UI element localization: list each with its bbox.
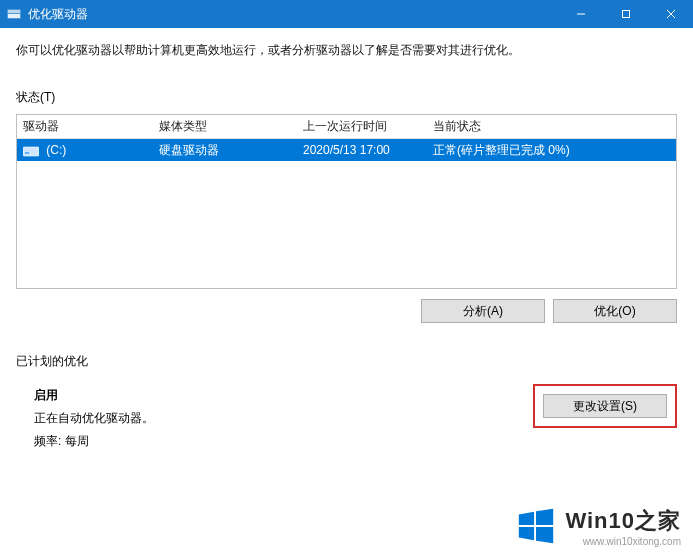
table-header: 驱动器 媒体类型 上一次运行时间 当前状态 [17, 115, 676, 139]
drive-icon [23, 145, 39, 157]
windows-logo-icon [515, 505, 557, 547]
col-drive[interactable]: 驱动器 [17, 118, 153, 135]
highlight-box: 更改设置(S) [533, 384, 677, 428]
minimize-button[interactable] [558, 0, 603, 28]
close-button[interactable] [648, 0, 693, 28]
svg-marker-11 [519, 527, 534, 540]
col-current[interactable]: 当前状态 [427, 118, 676, 135]
titlebar: 优化驱动器 [0, 0, 693, 28]
svg-rect-1 [8, 10, 20, 13]
scheduled-line1: 正在自动优化驱动器。 [34, 407, 154, 430]
description-text: 你可以优化驱动器以帮助计算机更高效地运行，或者分析驱动器以了解是否需要对其进行优… [16, 42, 677, 59]
col-media[interactable]: 媒体类型 [153, 118, 297, 135]
scheduled-title: 已计划的优化 [16, 353, 677, 370]
watermark-sub: www.win10xitong.com [565, 536, 681, 547]
content-area: 你可以优化驱动器以帮助计算机更高效地运行，或者分析驱动器以了解是否需要对其进行优… [0, 28, 693, 555]
scheduled-text: 启用 正在自动优化驱动器。 频率: 每周 [16, 384, 154, 452]
svg-marker-12 [536, 527, 553, 543]
app-icon [6, 6, 22, 22]
svg-rect-4 [622, 11, 629, 18]
scheduled-state: 启用 [34, 384, 154, 407]
scheduled-line2: 频率: 每周 [34, 430, 154, 453]
window-title: 优化驱动器 [28, 6, 88, 23]
watermark-title: Win10之家 [565, 506, 681, 536]
optimize-button[interactable]: 优化(O) [553, 299, 677, 323]
status-label: 状态(T) [16, 89, 677, 106]
cell-drive: (C:) [17, 143, 153, 157]
cell-current: 正常(碎片整理已完成 0%) [427, 142, 676, 159]
maximize-button[interactable] [603, 0, 648, 28]
svg-rect-2 [8, 14, 20, 18]
drive-table: 驱动器 媒体类型 上一次运行时间 当前状态 (C:) 硬盘驱动器 2020/5/… [16, 114, 677, 289]
cell-media: 硬盘驱动器 [153, 142, 297, 159]
watermark: Win10之家 www.win10xitong.com [515, 505, 681, 547]
col-lastrun[interactable]: 上一次运行时间 [297, 118, 427, 135]
action-buttons: 分析(A) 优化(O) [16, 299, 677, 323]
svg-rect-7 [23, 147, 39, 156]
change-settings-button[interactable]: 更改设置(S) [543, 394, 667, 418]
svg-marker-9 [519, 512, 534, 525]
cell-lastrun: 2020/5/13 17:00 [297, 143, 427, 157]
table-row[interactable]: (C:) 硬盘驱动器 2020/5/13 17:00 正常(碎片整理已完成 0%… [17, 139, 676, 161]
scheduled-section: 已计划的优化 启用 正在自动优化驱动器。 频率: 每周 更改设置(S) [16, 353, 677, 452]
analyze-button[interactable]: 分析(A) [421, 299, 545, 323]
svg-marker-10 [536, 509, 553, 525]
cell-drive-text: (C:) [46, 143, 66, 157]
svg-rect-8 [25, 152, 29, 154]
